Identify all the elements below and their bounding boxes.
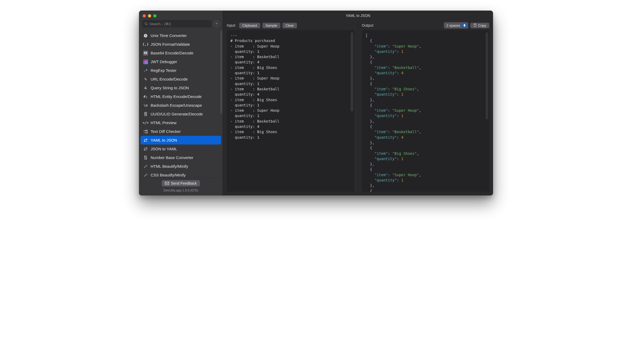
- output-text: [ { "item": "Super Hoop", "quantity": 1 …: [366, 33, 486, 192]
- sidebar-item-label: YAML to JSON: [151, 138, 177, 142]
- swap-icon: [143, 138, 148, 143]
- input-scrollbar[interactable]: [351, 32, 353, 111]
- percent-icon: %: [143, 77, 148, 82]
- sidebar-item-label: Base64 Encode/Decode: [151, 51, 193, 55]
- send-feedback-button[interactable]: Send Feedback: [162, 180, 200, 186]
- sidebar-scrollbar[interactable]: [220, 31, 222, 114]
- sidebar-item-label: Text Diff Checker: [151, 129, 181, 134]
- sidebar-item-base64-encode-decode[interactable]: 64Base64 Encode/Decode: [141, 49, 221, 57]
- binary-icon: 0110: [143, 155, 148, 160]
- clipboard-button[interactable]: Clipboard: [239, 23, 260, 28]
- svg-point-0: [145, 22, 147, 25]
- search-input[interactable]: [150, 22, 210, 26]
- b64-icon: 64: [143, 51, 148, 55]
- minimize-window-button[interactable]: [148, 14, 151, 17]
- sidebar-item-uuid-ulid-generate-decode[interactable]: UUIDUUID/ULID Generate/Decode: [141, 110, 221, 118]
- clipboard-icon: [473, 24, 477, 27]
- copy-button[interactable]: Copy: [470, 23, 489, 28]
- svg-line-1: [147, 25, 148, 25]
- sidebar-item-label: HTML Beautify/Minify: [151, 164, 188, 169]
- output-pane: Output: 2 spaces Copy [: [358, 21, 493, 195]
- input-text[interactable]: --- # Products purchased - item : Super …: [230, 33, 351, 140]
- filter-button[interactable]: [214, 21, 220, 27]
- jwt-icon: ✴: [143, 59, 148, 64]
- diff-icon: +ab-cd: [143, 129, 148, 134]
- app-window: Unix Time Converter{,}JSON Format/Valida…: [139, 11, 493, 195]
- svg-line-10: [144, 166, 146, 168]
- select-arrows-icon: [462, 23, 467, 28]
- uuid-icon: UUID: [143, 112, 148, 116]
- sidebar-item-label: Number Base Converter: [151, 155, 193, 160]
- copy-label: Copy: [478, 24, 486, 27]
- sidebar: Unix Time Converter{,}JSON Format/Valida…: [139, 11, 223, 195]
- mail-icon: [165, 182, 169, 185]
- sidebar-item-query-string-to-json[interactable]: &Query String to JSON: [141, 83, 221, 92]
- sidebar-item-text-diff-checker[interactable]: +ab-cdText Diff Checker: [141, 127, 221, 136]
- braces-icon: {,}: [143, 42, 148, 47]
- sidebar-item-html-preview[interactable]: </>HTML Preview: [141, 118, 221, 127]
- sidebar-item-label: HTML Preview: [151, 120, 176, 125]
- amp-icon: &: [143, 86, 148, 90]
- indent-select[interactable]: 2 spaces: [444, 22, 468, 29]
- sidebar-item-label: JWT Debugger: [151, 59, 177, 64]
- sidebar-item-label: HTML Entity Encode/Decode: [151, 94, 202, 99]
- svg-line-14: [144, 174, 146, 176]
- wand-icon: [143, 164, 148, 169]
- input-label: Input:: [227, 23, 236, 27]
- sidebar-item-label: Query String to JSON: [151, 86, 189, 90]
- sidebar-item-backslash-escape-unescape[interactable]: \nBackslash Escape/Unescape: [141, 101, 221, 110]
- swap-icon: [143, 147, 148, 151]
- search-icon: [144, 22, 148, 26]
- sidebar-item-html-beautify-minify[interactable]: HTML Beautify/Minify: [141, 162, 221, 171]
- regex-icon: .*: [143, 68, 148, 73]
- sidebar-item-unix-time-converter[interactable]: Unix Time Converter: [141, 31, 221, 40]
- sidebar-item-url-encode-decode[interactable]: %URL Encode/Decode: [141, 75, 221, 83]
- hash-icon: #;: [143, 94, 148, 99]
- sidebar-item-label: URL Encode/Decode: [151, 77, 188, 81]
- svg-rect-18: [165, 182, 169, 185]
- code-icon: </>: [143, 120, 148, 125]
- output-viewer[interactable]: [ { "item": "Super Hoop", "quantity": 1 …: [362, 30, 490, 192]
- window-controls: [139, 11, 223, 20]
- clock-icon: [143, 33, 148, 38]
- sidebar-item-label: RegExp Tester: [151, 68, 176, 73]
- search-field[interactable]: [142, 20, 212, 27]
- sidebar-item-number-base-converter[interactable]: 0110Number Base Converter: [141, 153, 221, 162]
- zoom-window-button[interactable]: [153, 14, 156, 17]
- svg-marker-20: [463, 25, 466, 27]
- version-label: DevUtils.app 1.9.0 (67D): [164, 189, 198, 192]
- sidebar-item-label: UUID/ULID Generate/Decode: [151, 112, 203, 116]
- output-scrollbar[interactable]: [486, 32, 488, 119]
- output-label: Output:: [362, 23, 374, 27]
- sample-button[interactable]: Sample: [262, 23, 280, 28]
- input-editor[interactable]: --- # Products purchased - item : Super …: [227, 30, 354, 192]
- sidebar-item-label: Backslash Escape/Unescape: [151, 103, 202, 108]
- sidebar-footer: Send Feedback DevUtils.app 1.9.0 (67D): [139, 178, 223, 195]
- input-pane: Input: Clipboard Sample Clear --- # Prod…: [223, 21, 358, 195]
- tool-list[interactable]: Unix Time Converter{,}JSON Format/Valida…: [139, 30, 223, 178]
- slash-icon: \n: [143, 103, 148, 108]
- sidebar-item-label: JSON Format/Validate: [151, 42, 190, 46]
- sidebar-item-label: CSS Beautify/Minify: [151, 173, 186, 177]
- sidebar-item-label: Unix Time Converter: [151, 33, 187, 38]
- wand-icon: [143, 173, 148, 178]
- sidebar-item-yaml-to-json[interactable]: YAML to JSON: [141, 136, 221, 144]
- close-window-button[interactable]: [143, 14, 146, 17]
- indent-select-value: 2 spaces: [447, 24, 460, 27]
- sidebar-item-css-beautify-minify[interactable]: CSS Beautify/Minify: [141, 171, 221, 178]
- sidebar-item-label: JSON to YAML: [151, 147, 177, 151]
- page-title: YAML to JSON: [223, 11, 493, 21]
- clear-button[interactable]: Clear: [282, 23, 297, 28]
- sidebar-item-html-entity-encode-decode[interactable]: #;HTML Entity Encode/Decode: [141, 92, 221, 101]
- filter-icon: [215, 22, 218, 25]
- sidebar-item-jwt-debugger[interactable]: ✴JWT Debugger: [141, 57, 221, 66]
- sidebar-item-json-to-yaml[interactable]: JSON to YAML: [141, 144, 221, 153]
- sidebar-item-regexp-tester[interactable]: .*RegExp Tester: [141, 66, 221, 75]
- main-area: YAML to JSON Input: Clipboard Sample Cle…: [223, 11, 493, 195]
- send-feedback-label: Send Feedback: [171, 181, 197, 185]
- sidebar-item-json-format-validate[interactable]: {,}JSON Format/Validate: [141, 40, 221, 49]
